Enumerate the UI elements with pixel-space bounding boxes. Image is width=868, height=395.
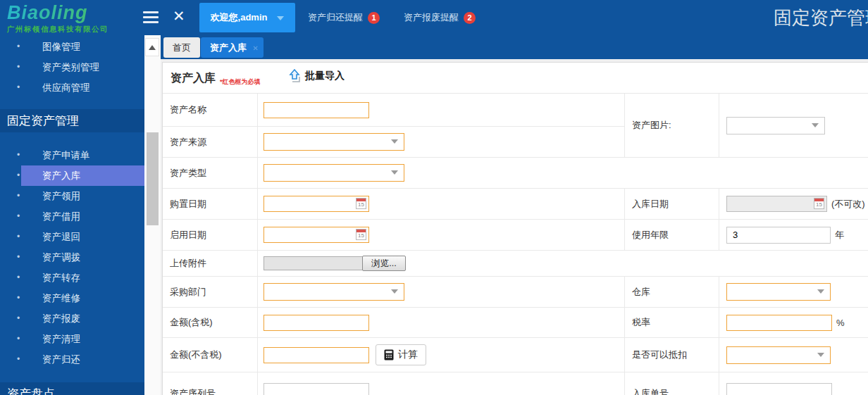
asset-image-cell bbox=[719, 94, 868, 157]
brand-logo: Biaoling 广州标领信息科技有限公司 bbox=[7, 2, 134, 35]
browse-button[interactable]: 浏览... bbox=[362, 256, 406, 271]
sidebar-item-asset-transfer[interactable]: 资产调拨 bbox=[0, 247, 144, 268]
brand-logo-text: Biaoling bbox=[7, 2, 134, 24]
file-path-field[interactable] bbox=[264, 256, 363, 270]
empty-cell bbox=[624, 250, 868, 276]
chevron-up-icon bbox=[149, 42, 156, 50]
enable-date-label: 启用日期 bbox=[163, 219, 258, 250]
inbound-number-label: 入库单号 bbox=[624, 372, 719, 395]
warehouse-label: 仓库 bbox=[624, 276, 719, 307]
app-title: 固定资产管理 bbox=[774, 6, 868, 30]
purchase-date-cell: 15 bbox=[258, 188, 624, 219]
inbound-date-label: 入库日期 bbox=[624, 188, 719, 219]
enable-date-input[interactable]: 15 bbox=[264, 227, 369, 243]
sidebar-item-asset-issue[interactable]: 资产领用 bbox=[0, 186, 144, 206]
tab-close-icon[interactable]: ✕ bbox=[253, 38, 259, 58]
empty-cell bbox=[624, 157, 868, 188]
scrollbar-thumb[interactable] bbox=[147, 132, 159, 225]
amount-without-tax-label: 金额(不含税) bbox=[163, 337, 258, 372]
close-icon[interactable]: ✕ bbox=[173, 8, 185, 25]
sidebar-item-supplier-management[interactable]: 供应商管理 bbox=[0, 77, 144, 98]
asset-type-label: 资产类型 bbox=[163, 157, 258, 188]
user-menu-button[interactable]: 欢迎您,admin bbox=[199, 3, 295, 32]
sidebar-item-asset-store[interactable]: 资产转存 bbox=[0, 268, 144, 288]
purchase-date-label: 购置日期 bbox=[163, 188, 258, 219]
enable-date-cell: 15 bbox=[258, 219, 624, 250]
top-bar: Biaoling 广州标领信息科技有限公司 ✕ 欢迎您,admin 资产归还提醒… bbox=[0, 0, 868, 35]
serial-number-input[interactable] bbox=[264, 383, 369, 395]
amount-with-tax-label: 金额(含税) bbox=[163, 307, 258, 337]
serial-number-label: 资产序列号 bbox=[163, 372, 258, 395]
asset-return-reminder-link[interactable]: 资产归还提醒 1 bbox=[308, 11, 380, 24]
attachment-cell: 浏览... bbox=[258, 250, 624, 276]
amount-without-tax-cell: 计算 bbox=[258, 337, 624, 372]
calendar-icon: 15 bbox=[814, 198, 824, 209]
asset-return-reminder-label: 资产归还提醒 bbox=[308, 11, 363, 24]
page-title: 资产入库 bbox=[170, 71, 216, 86]
asset-scrap-reminder-label: 资产报废提醒 bbox=[404, 11, 459, 24]
tax-rate-cell: % bbox=[719, 307, 868, 337]
sidebar-item-asset-cleanup[interactable]: 资产清理 bbox=[0, 329, 144, 349]
amount-with-tax-cell bbox=[258, 307, 624, 337]
calendar-icon[interactable]: 15 bbox=[356, 198, 366, 209]
tax-rate-input[interactable] bbox=[726, 315, 832, 331]
sidebar-item-asset-scrap[interactable]: 资产报废 bbox=[0, 308, 144, 329]
sidebar-item-asset-return-back[interactable]: 资产退回 bbox=[0, 227, 144, 247]
amount-with-tax-input[interactable] bbox=[264, 315, 369, 331]
attachment-file-input: 浏览... bbox=[264, 256, 406, 271]
purchase-dept-label: 采购部门 bbox=[163, 276, 258, 307]
purchase-date-input[interactable]: 15 bbox=[264, 196, 369, 212]
calculate-button[interactable]: 计算 bbox=[376, 344, 426, 365]
service-years-input[interactable] bbox=[726, 227, 831, 244]
deductible-label: 是否可以抵扣 bbox=[624, 337, 719, 372]
serial-number-cell bbox=[258, 372, 624, 395]
purchase-dept-cell bbox=[258, 276, 624, 307]
batch-import-label: 批量导入 bbox=[305, 70, 345, 82]
asset-inbound-form: 资产名称 资产图片: 资产来源 资产类型 购置日期 15 入库日期 15 bbox=[163, 94, 868, 395]
calendar-icon[interactable]: 15 bbox=[356, 229, 366, 240]
inbound-number-input[interactable] bbox=[726, 383, 832, 395]
service-years-label: 使用年限 bbox=[624, 219, 719, 250]
warehouse-cell bbox=[719, 276, 868, 307]
deductible-select[interactable] bbox=[726, 346, 831, 364]
calculate-label: 计算 bbox=[398, 349, 418, 361]
panel-header: 资产入库 *红色框为必填 批量导入 bbox=[163, 63, 868, 94]
amount-without-tax-input[interactable] bbox=[264, 347, 369, 363]
asset-name-cell bbox=[258, 94, 624, 126]
asset-name-label: 资产名称 bbox=[163, 94, 258, 126]
menu-toggle-icon[interactable] bbox=[143, 11, 159, 26]
notice-links: 资产归还提醒 1 资产报废提醒 2 bbox=[308, 0, 476, 35]
asset-source-cell bbox=[258, 126, 624, 157]
inbound-date-cell: 15 (不可改) bbox=[719, 188, 868, 219]
tab-home[interactable]: 首页 bbox=[163, 37, 200, 58]
asset-image-select[interactable] bbox=[726, 117, 825, 134]
sidebar-section-asset-inventory[interactable]: 资产盘点 bbox=[0, 382, 144, 395]
asset-source-select[interactable] bbox=[264, 133, 404, 151]
welcome-label: 欢迎您,admin bbox=[211, 11, 268, 24]
asset-scrap-reminder-link[interactable]: 资产报废提醒 2 bbox=[404, 11, 476, 24]
tab-asset-inbound[interactable]: 资产入库 ✕ bbox=[201, 37, 264, 58]
sidebar-item-asset-category-management[interactable]: 资产类别管理 bbox=[0, 57, 144, 77]
purchase-dept-select[interactable] bbox=[264, 283, 404, 301]
sidebar-item-asset-borrow[interactable]: 资产借用 bbox=[0, 206, 144, 227]
sidebar-item-asset-return[interactable]: 资产归还 bbox=[0, 349, 144, 370]
chevron-down-icon bbox=[277, 16, 284, 24]
asset-source-label: 资产来源 bbox=[163, 126, 258, 157]
service-years-cell: 年 bbox=[719, 219, 868, 250]
asset-type-select[interactable] bbox=[264, 164, 404, 182]
asset-name-input[interactable] bbox=[264, 102, 369, 118]
asset-type-cell bbox=[258, 157, 624, 188]
tab-bar: 首页 资产入库 ✕ bbox=[161, 35, 868, 59]
sidebar-item-asset-repair[interactable]: 资产维修 bbox=[0, 288, 144, 308]
sidebar-item-asset-request[interactable]: 资产申请单 bbox=[0, 145, 144, 165]
sidebar-item-asset-inbound[interactable]: 资产入库 bbox=[21, 165, 144, 186]
attachment-label: 上传附件 bbox=[163, 250, 258, 276]
inbound-number-cell bbox=[719, 372, 868, 395]
warehouse-select[interactable] bbox=[726, 283, 831, 301]
inbound-date-input-disabled: 15 bbox=[726, 196, 827, 212]
sidebar-section-fixed-asset-management[interactable]: 固定资产管理 bbox=[0, 109, 144, 132]
content-panel: 资产入库 *红色框为必填 批量导入 资产名称 资产图片: 资产来源 资产类型 bbox=[162, 62, 868, 395]
scroll-up-button[interactable] bbox=[145, 38, 159, 56]
sidebar-item-image-management[interactable]: 图像管理 bbox=[0, 37, 144, 57]
batch-import-button[interactable]: 批量导入 bbox=[288, 69, 345, 83]
